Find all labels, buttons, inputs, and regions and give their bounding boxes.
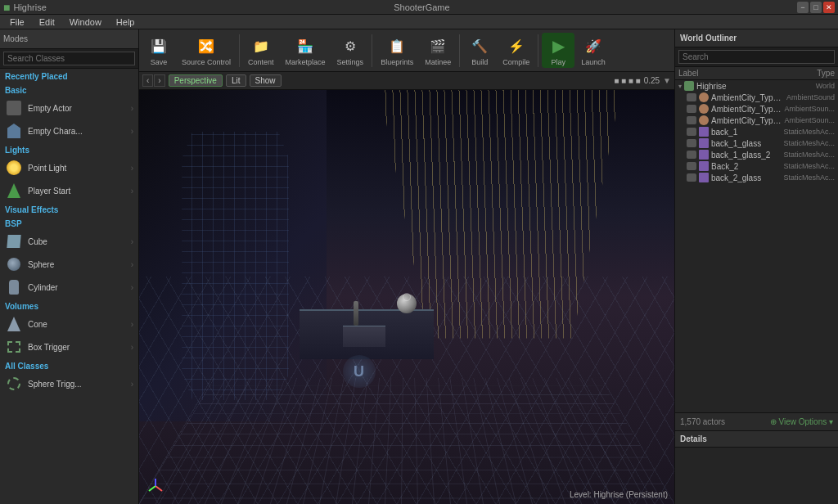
settings-icon: ⚙ <box>339 34 362 57</box>
viewport-nav: ‹ › <box>142 74 165 87</box>
section-all-classes[interactable]: All Classes <box>0 358 138 372</box>
section-visual-effects[interactable]: Visual Effects <box>0 202 138 216</box>
blueprints-button[interactable]: 📋 Blueprints <box>376 33 418 68</box>
outliner-item-back1glass[interactable]: back_1_glass StaticMeshAc... <box>675 137 838 149</box>
viewport-back-button[interactable]: ‹ <box>142 74 153 87</box>
matinee-button[interactable]: 🎬 Matinee <box>420 33 456 68</box>
launch-button[interactable]: 🚀 Launch <box>576 33 610 68</box>
world-outliner-search-container <box>675 47 838 67</box>
player-start-label: Player Start <box>28 187 70 196</box>
play-icon: ▶ <box>547 34 570 57</box>
mesh-icon-2 <box>699 138 709 148</box>
world-outliner-search-input[interactable] <box>678 50 835 64</box>
compile-label: Compile <box>502 58 529 66</box>
mesh-icon-3 <box>699 150 709 160</box>
marketplace-button[interactable]: 🏪 Marketplace <box>281 33 331 68</box>
actor-count: 1,570 actors <box>680 417 725 426</box>
placement-item-cube[interactable]: Cube › <box>0 230 138 253</box>
placement-item-empty-char[interactable]: Empty Chara... › <box>0 119 138 142</box>
placement-item-sphere[interactable]: Sphere › <box>0 253 138 276</box>
show-button[interactable]: Show <box>250 74 282 87</box>
search-classes-input[interactable] <box>3 52 135 65</box>
svg-line-1 <box>149 486 155 491</box>
outliner-back1glass-type: StaticMeshAc... <box>783 139 835 147</box>
settings-label: Settings <box>337 58 364 66</box>
section-recently-placed[interactable]: Recently Placed <box>0 69 138 83</box>
matinee-label: Matinee <box>425 58 451 66</box>
menu-file[interactable]: File <box>3 16 31 29</box>
settings-button[interactable]: ⚙ Settings <box>332 33 369 68</box>
build-button[interactable]: 🔨 Build <box>463 33 496 68</box>
cube-arrow: › <box>131 237 133 246</box>
box-trigger-label: Box Trigger <box>28 343 70 352</box>
placement-item-point-light[interactable]: Point Light › <box>0 156 138 179</box>
box-trigger-icon <box>7 341 20 353</box>
menu-help[interactable]: Help <box>110 16 142 29</box>
source-control-button[interactable]: 🔀 Source Control <box>177 33 236 68</box>
outliner-item-ambient2[interactable]: AmbientCity_TypeC_A... AmbientSoun... <box>675 103 838 115</box>
eye-icon-6 <box>687 151 696 159</box>
section-bsp[interactable]: BSP <box>0 216 138 230</box>
right-panel: World Outliner Label Type ▾ Highrise Wor… <box>674 29 838 504</box>
build-label: Build <box>471 58 488 66</box>
placement-item-sphere-trigger[interactable]: Sphere Trigg... › <box>0 372 138 395</box>
toolbar-divider-4 <box>538 34 538 67</box>
outliner-item-back2glass[interactable]: back_2_glass StaticMeshAc... <box>675 172 838 183</box>
placement-item-empty-actor[interactable]: Empty Actor › <box>0 97 138 119</box>
outliner-item-ambient3[interactable]: AmbientCity_TypeD... AmbientSoun... <box>675 115 838 126</box>
placement-item-player-start[interactable]: Player Start › <box>0 179 138 202</box>
eye-icon-1 <box>687 93 696 101</box>
perspective-button[interactable]: Perspective <box>169 74 223 87</box>
section-volumes[interactable]: Volumes <box>0 299 138 313</box>
placement-list: Recently Placed Basic Empty Actor › Empt… <box>0 69 138 504</box>
outliner-view-options[interactable]: ⊕ View Options ▾ <box>770 417 833 426</box>
outliner-back2glass-label: back_2_glass <box>711 173 761 182</box>
eye-icon-3 <box>687 116 696 124</box>
search-classes-container <box>0 49 138 69</box>
toolbar-divider-3 <box>459 34 460 67</box>
empty-char-icon <box>7 124 20 138</box>
minimize-button[interactable]: − <box>797 2 809 13</box>
point-light-arrow: › <box>131 164 133 173</box>
section-basic[interactable]: Basic <box>0 83 138 97</box>
outliner-item-back1glass2[interactable]: back_1_glass_2 StaticMeshAc... <box>675 149 838 160</box>
placement-item-cone[interactable]: Cone › <box>0 313 138 335</box>
outliner-back1-label: back_1 <box>711 128 737 137</box>
close-button[interactable]: ✕ <box>823 2 835 13</box>
placement-item-cylinder[interactable]: Cylinder › <box>0 276 138 299</box>
viewport-gizmo <box>146 476 165 497</box>
play-button[interactable]: ▶ Play <box>542 33 574 68</box>
menubar: File Edit Window Help <box>0 15 838 29</box>
menu-window[interactable]: Window <box>63 16 108 29</box>
matinee-icon: 🎬 <box>426 34 449 57</box>
play-label: Play <box>551 58 565 66</box>
outliner-item-back2[interactable]: Back_2 StaticMeshAc... <box>675 160 838 172</box>
content-button[interactable]: 📁 Content <box>243 33 279 68</box>
empty-char-arrow: › <box>131 127 133 136</box>
viewport-forward-button[interactable]: › <box>154 74 164 87</box>
sphere-trigger-arrow: › <box>131 380 133 389</box>
outliner-ambient1-label: AmbientCity_TypeC_Stereo <box>711 93 784 102</box>
viewport[interactable]: U Level: Highrise (Persistent) <box>139 90 674 504</box>
world-icon <box>684 81 694 91</box>
section-lights[interactable]: Lights <box>0 142 138 156</box>
placement-item-box-trigger[interactable]: Box Trigger › <box>0 335 138 358</box>
save-label: Save <box>151 58 168 66</box>
outliner-item-ambient1[interactable]: AmbientCity_TypeC_Stereo AmbientSound <box>675 92 838 103</box>
save-button[interactable]: 💾 Save <box>142 33 175 68</box>
eye-icon-4 <box>687 128 696 136</box>
center-area: 💾 Save 🔀 Source Control 📁 Content 🏪 Mark… <box>139 29 674 504</box>
viewport-zoom: ■ ■ ■ ■ <box>614 76 641 85</box>
outliner-highrise-type: World <box>816 82 835 90</box>
lit-button[interactable]: Lit <box>226 74 246 87</box>
launch-label: Launch <box>581 58 606 66</box>
toolbar-divider-2 <box>372 34 372 67</box>
outliner-item-back1[interactable]: back_1 StaticMeshAc... <box>675 126 838 137</box>
outliner-ambient3-type: AmbientSoun... <box>784 116 835 124</box>
menu-edit[interactable]: Edit <box>33 16 61 29</box>
outliner-item-highrise[interactable]: ▾ Highrise World <box>675 80 838 92</box>
compile-button[interactable]: ⚡ Compile <box>498 33 534 68</box>
maximize-button[interactable]: □ <box>810 2 822 13</box>
outliner-ambient2-type: AmbientSoun... <box>784 105 835 113</box>
compile-icon: ⚡ <box>505 34 528 57</box>
